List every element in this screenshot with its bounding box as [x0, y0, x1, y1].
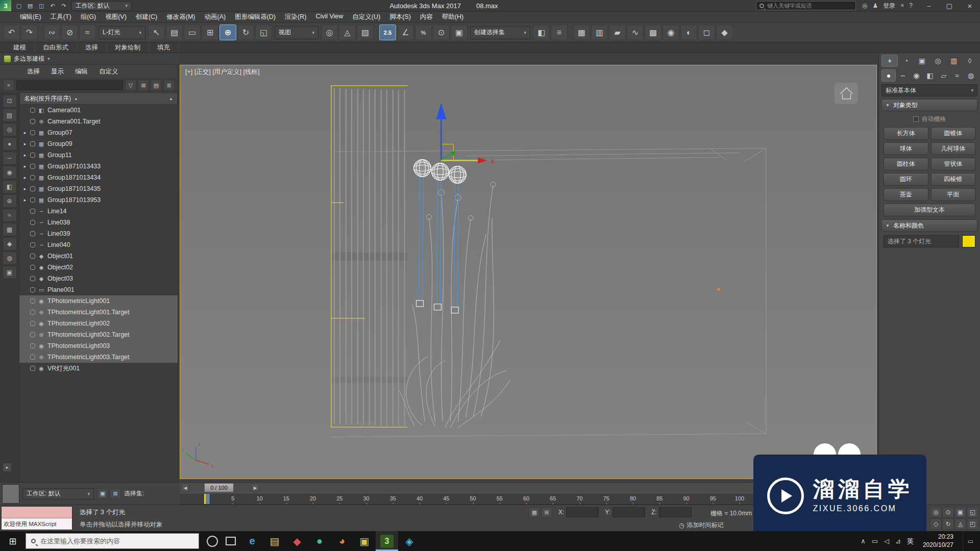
pin-explorer-icon[interactable]: ⊡ — [3, 94, 17, 108]
viewport[interactable]: [+] [正交] [用户定义] [线框] — [180, 65, 877, 479]
scene-object-row[interactable]: ▭Plane001 — [19, 284, 178, 295]
object-type-button[interactable]: 平面 — [931, 188, 976, 201]
a360-icon[interactable]: × — [900, 2, 904, 9]
angle-snap-toggle[interactable]: ∠ — [397, 24, 414, 40]
expand-icon[interactable]: ▸ — [22, 130, 28, 135]
user-icon[interactable]: ♟ — [873, 2, 878, 9]
show-helpers-icon[interactable]: ⊕ — [3, 194, 17, 208]
curve-editor-button[interactable]: ∿ — [627, 24, 644, 40]
visibility-icon[interactable] — [30, 153, 35, 158]
scene-object-row[interactable]: ▸▦Group09 — [19, 138, 178, 149]
maxscript-mini-listener[interactable]: 欢迎使用 MAXScript — [1, 506, 72, 530]
visibility-icon[interactable] — [30, 276, 35, 281]
object-type-button[interactable]: 茶壶 — [884, 188, 928, 201]
collapse-all-icon[interactable]: ▲ — [169, 96, 173, 101]
isolate-selection-toggle[interactable]: ▣ — [97, 488, 108, 499]
expand-icon[interactable]: ▸ — [22, 197, 28, 203]
create-tab[interactable]: + — [881, 55, 898, 67]
visibility-icon[interactable] — [30, 231, 35, 236]
orbit-icon[interactable]: ↻ — [942, 518, 954, 530]
ribbon-tab[interactable]: 选择 — [77, 43, 107, 53]
menubar-menu[interactable]: 脚本(S) — [385, 13, 415, 21]
scene-object-row[interactable]: ⊕TPhotometricLight003.Target — [19, 352, 178, 363]
offset-mode-toggle[interactable]: ⊞ — [541, 507, 552, 518]
modify-tab[interactable]: ◔ — [898, 55, 914, 67]
display-tab[interactable]: ▥ — [946, 55, 962, 67]
menubar-menu[interactable]: 组(G) — [76, 13, 101, 21]
selection-filter-dropdown[interactable]: L-灯光▾ — [99, 26, 145, 39]
scene-object-row[interactable]: ⊕Camera001.Target — [19, 116, 178, 127]
mirror-button[interactable]: ◧ — [533, 24, 550, 40]
show-geometry-icon[interactable]: ● — [3, 137, 17, 151]
snaps-toggle[interactable]: 2.5 — [379, 24, 396, 40]
tray-volume-icon[interactable]: ◁ — [884, 537, 889, 545]
input-language-indicator[interactable]: 英 — [907, 537, 914, 546]
tray-network-icon[interactable]: ⊿ — [895, 537, 901, 545]
ribbon-tab[interactable]: 建模 — [5, 43, 35, 53]
scene-object-row[interactable]: ∽Line040 — [19, 239, 178, 251]
object-type-rollout[interactable]: ▼ 对象类型 — [881, 99, 977, 111]
zoom-region-icon[interactable]: ◱ — [967, 507, 978, 518]
visibility-icon[interactable] — [30, 265, 35, 270]
show-groups-icon[interactable]: ▦ — [3, 223, 17, 236]
align-button[interactable]: ≡ — [551, 24, 568, 40]
light-spheres[interactable] — [414, 160, 467, 184]
field-of-view-icon[interactable]: ◬ — [954, 518, 966, 530]
menubar-menu[interactable]: Civil View — [311, 13, 348, 21]
visibility-icon[interactable] — [30, 141, 35, 146]
menubar-menu[interactable]: 图形编辑器(D) — [230, 13, 280, 21]
shapes-category[interactable]: ∽ — [896, 69, 910, 82]
menubar-menu[interactable]: 视图(V) — [101, 13, 131, 21]
zoom-extents-icon[interactable]: ▣ — [954, 507, 966, 518]
taskbar-clock[interactable]: 20:23 2020/10/27 — [920, 533, 957, 549]
explorer-menu-item[interactable]: 自定义 — [93, 67, 124, 76]
helpers-category[interactable]: ▱ — [937, 69, 950, 82]
visibility-icon[interactable] — [30, 119, 35, 124]
absolute-mode-toggle[interactable]: ▦ — [529, 507, 540, 518]
taskbar-edge-icon[interactable]: e — [241, 531, 263, 551]
scene-object-row[interactable]: ▸▦Group11 — [19, 149, 178, 161]
sync-selection-icon[interactable]: ◎ — [3, 123, 17, 136]
visibility-icon[interactable] — [30, 209, 35, 214]
taskbar-3dsmax-icon[interactable]: 3 — [376, 531, 398, 551]
object-type-button[interactable]: 圆环 — [884, 173, 928, 186]
coordinate-input[interactable] — [659, 507, 692, 517]
new-scene-button[interactable]: ▢ — [13, 1, 24, 11]
name-and-color-rollout[interactable]: ▼ 名称和颜色 — [881, 219, 977, 232]
visibility-icon[interactable] — [30, 321, 35, 326]
taskbar-app3-icon[interactable]: ▣ — [353, 531, 376, 551]
coordinate-input[interactable] — [612, 507, 645, 517]
show-lights-icon[interactable]: ◉ — [3, 166, 17, 179]
render-production-button[interactable]: ◆ — [716, 24, 733, 40]
rectangular-selection-region-button[interactable]: ▭ — [184, 24, 201, 40]
explorer-search-input[interactable] — [16, 80, 123, 90]
workspace-dropdown[interactable]: 工作区: 默认 ▾ — [71, 1, 132, 11]
toggle-ribbon-button[interactable]: ▰ — [609, 24, 626, 40]
titlebar-search-input[interactable]: 键入关键字或短语 — [756, 1, 856, 10]
systems-category[interactable]: ◍ — [964, 69, 977, 82]
object-type-button[interactable]: 球体 — [884, 142, 928, 155]
object-type-button[interactable]: 管状体 — [931, 158, 976, 170]
select-by-name-button[interactable]: ▤ — [166, 24, 183, 40]
task-view-button[interactable] — [226, 537, 236, 545]
close-button[interactable]: × — [960, 0, 980, 11]
object-color-swatch[interactable] — [962, 235, 975, 247]
sort-mode-icon[interactable]: ▤ — [3, 109, 17, 122]
tray-chevron-icon[interactable]: ∧ — [861, 537, 866, 545]
visibility-icon[interactable] — [30, 287, 35, 292]
visibility-icon[interactable] — [30, 332, 35, 337]
bind-to-space-warp-button[interactable]: ≈ — [79, 24, 96, 40]
tray-pc-icon[interactable]: ▭ — [872, 537, 878, 545]
visibility-icon[interactable] — [30, 366, 35, 371]
explorer-collapse-button[interactable]: ▸ — [3, 463, 12, 472]
edit-named-selection-sets-button[interactable]: ▣ — [451, 24, 468, 40]
motion-tab[interactable]: ◎ — [930, 55, 946, 67]
toggle-scene-explorer-button[interactable]: ▦ — [573, 24, 590, 40]
reference-coordinate-dropdown[interactable]: 视图▾ — [275, 26, 318, 39]
menubar-menu[interactable]: 修改器(M) — [162, 13, 200, 21]
visibility-icon[interactable] — [30, 298, 35, 304]
cameras-category[interactable]: ◧ — [923, 69, 937, 82]
expand-icon[interactable]: ▸ — [22, 153, 28, 158]
listener-row[interactable]: 欢迎使用 MAXScript — [2, 518, 72, 530]
explorer-column-header[interactable]: 名称(按升序排序) ▲ ▲ — [19, 92, 178, 105]
